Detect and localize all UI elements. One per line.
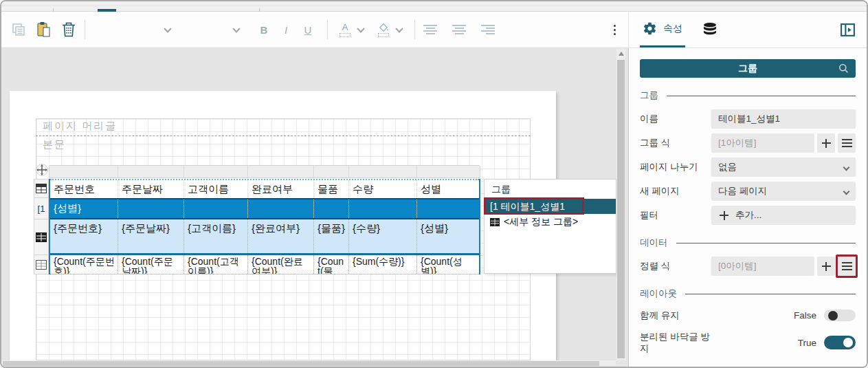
footer-cell[interactable]: {Count(주문번호)} <box>50 255 118 274</box>
toolbar-right: 속성 <box>628 12 867 47</box>
vertical-scroll-thumb[interactable] <box>617 60 625 358</box>
new-page-select[interactable]: 다음 페이지 <box>711 182 856 201</box>
header-row-handle-icon[interactable] <box>34 179 49 198</box>
search-icon[interactable] <box>838 63 849 74</box>
font-color-icon: A <box>342 23 348 32</box>
chevron-down-icon[interactable] <box>395 25 403 32</box>
section-title: 데이터 <box>640 237 668 249</box>
field-filter: 필터 추가... <box>640 206 856 225</box>
panel-header-title: 그룹 <box>738 63 757 75</box>
detail-row-handle-icon[interactable] <box>34 219 49 255</box>
group-item-selected[interactable]: [1 테이블1_성별1 <box>485 199 616 214</box>
chevron-down-icon[interactable] <box>357 25 364 32</box>
group-cell[interactable] <box>349 199 417 218</box>
font-size-dropdown[interactable] <box>184 19 243 40</box>
section-rule <box>685 294 856 294</box>
font-family-dropdown[interactable] <box>93 19 175 40</box>
copy-icon[interactable] <box>11 22 26 37</box>
align-center-icon[interactable] <box>452 25 466 34</box>
field-page-break: 페이지 나누기 없음 <box>640 158 856 177</box>
footer-cell[interactable]: {Sum(수량)} <box>349 255 417 274</box>
tab-properties[interactable]: 속성 <box>640 12 685 47</box>
data-table[interactable]: 주문번호 주문날짜 고객이름 완료여부 물품 수량 성별 {성별} <box>49 179 480 274</box>
footer-cell[interactable]: {Count(성별)} <box>417 255 479 274</box>
group-cell[interactable] <box>184 199 248 218</box>
paste-icon[interactable] <box>36 21 52 38</box>
add-filter-button[interactable]: 추가... <box>711 206 856 225</box>
underline-button[interactable]: U <box>297 19 319 40</box>
header-cell[interactable]: 주문번호 <box>50 180 118 198</box>
footer-cell[interactable]: {Count(고객이름)} <box>184 255 248 274</box>
detail-cell[interactable]: {주문번호} <box>50 219 118 253</box>
sort-expression-input[interactable]: [0아이템] <box>711 257 814 276</box>
footer-cell[interactable]: {Count(완료여부)} <box>248 255 314 274</box>
prevent-split-footer-toggle[interactable] <box>824 336 856 349</box>
detail-cell[interactable]: {물품} <box>314 219 349 253</box>
section-title: 레이아웃 <box>640 288 677 300</box>
header-cell[interactable]: 주문날짜 <box>118 180 184 198</box>
more-options-icon[interactable] <box>614 25 616 35</box>
toggle-value: True <box>798 338 816 348</box>
header-cell[interactable]: 물품 <box>314 180 349 198</box>
scroll-up-icon[interactable] <box>619 52 624 56</box>
group-cell[interactable]: {성별} <box>50 199 118 218</box>
design-canvas[interactable]: 페이지 머리글 본문 <box>1 48 628 367</box>
toolbar: B I U A <box>1 12 867 48</box>
detail-cell[interactable]: {수량} <box>349 219 417 253</box>
panel-header[interactable]: 그룹 <box>640 59 856 78</box>
detail-cell[interactable]: {고객이름} <box>184 219 248 253</box>
group-footer-row[interactable]: {Count(주문번호)} {Count(주문날짜)} {Count(고객이름)… <box>50 255 479 274</box>
detail-cell[interactable]: {완료여부} <box>248 219 314 253</box>
align-left-icon[interactable] <box>423 25 437 34</box>
fill-color-button[interactable] <box>375 23 392 37</box>
group-item-detail[interactable]: <세부 정보 그룹> <box>485 214 616 230</box>
group-expression-menu-button[interactable] <box>838 133 856 153</box>
section-title: 그룹 <box>640 89 658 102</box>
bold-button[interactable]: B <box>253 19 275 40</box>
add-group-expression-button[interactable] <box>817 133 835 153</box>
keep-together-toggle[interactable] <box>824 310 856 321</box>
field-group-expression: 그룹 식 [1아이템] <box>640 133 856 153</box>
group-popup-title: 그룹 <box>485 180 616 199</box>
horizontal-scrollbar[interactable] <box>1 360 616 366</box>
section-data: 데이터 <box>640 237 856 249</box>
header-cell[interactable]: 완료여부 <box>248 180 314 198</box>
footer-cell[interactable]: {Count(주문날짜)} <box>118 255 184 274</box>
footer-cell[interactable]: {Count(물품)} <box>314 255 349 274</box>
group-cell[interactable] <box>417 199 479 218</box>
column-selector-bar[interactable] <box>49 165 480 178</box>
delete-icon[interactable] <box>61 21 76 38</box>
header-cell[interactable]: 고객이름 <box>184 180 248 198</box>
detail-cell[interactable]: {주문날짜} <box>118 219 184 253</box>
group-header-row[interactable]: {성별} <box>50 198 479 219</box>
page-break-select[interactable]: 없음 <box>711 158 856 177</box>
field-label: 그룹 식 <box>640 137 711 149</box>
add-sort-expression-button[interactable] <box>817 257 835 276</box>
footer-row-handle-icon[interactable] <box>34 255 49 274</box>
group-cell[interactable] <box>118 199 184 218</box>
detail-cell[interactable]: {성별} <box>417 219 479 253</box>
data-source-icon[interactable] <box>702 22 718 37</box>
detail-row[interactable]: {주문번호} {주문날짜} {고객이름} {완료여부} {물품} {수량} {성… <box>50 219 479 255</box>
group-cell[interactable] <box>314 199 349 218</box>
section-group: 그룹 <box>640 89 856 102</box>
align-right-icon[interactable] <box>481 25 495 34</box>
sort-expression-menu-button[interactable] <box>838 257 856 276</box>
field-label: 함께 유지 <box>640 310 715 321</box>
table-move-handle-icon[interactable] <box>35 163 48 176</box>
collapse-panel-icon[interactable] <box>840 22 856 38</box>
group-expression-input[interactable]: [1아이템] <box>711 133 814 153</box>
toolbar-separator <box>85 20 85 39</box>
horizontal-scroll-thumb[interactable] <box>3 361 599 366</box>
table-header-row[interactable]: 주문번호 주문날짜 고객이름 완료여부 물품 수량 성별 <box>50 179 479 198</box>
header-cell[interactable]: 성별 <box>417 180 479 198</box>
group-row-handle[interactable]: [1 <box>34 198 49 219</box>
select-value: 다음 페이지 <box>718 186 767 196</box>
name-input[interactable]: 테이블1_성별1 <box>711 109 856 129</box>
group-cell[interactable] <box>248 199 314 218</box>
vertical-scrollbar[interactable] <box>616 49 625 360</box>
chevron-down-icon <box>843 188 850 195</box>
header-cell[interactable]: 수량 <box>349 180 417 198</box>
font-color-button[interactable]: A <box>336 23 354 37</box>
italic-button[interactable]: I <box>275 19 297 40</box>
